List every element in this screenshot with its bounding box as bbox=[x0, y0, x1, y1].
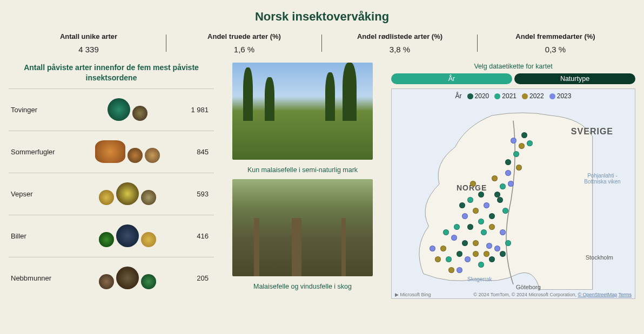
insect-icon bbox=[141, 190, 156, 205]
insect-icon bbox=[116, 182, 139, 205]
orders-title: Antall påviste arter innenfor de fem mes… bbox=[9, 63, 214, 88]
stat-label: Antall unike arter bbox=[11, 32, 166, 40]
insect-icon bbox=[141, 232, 156, 247]
insect-icon bbox=[128, 148, 143, 163]
map-sample-dot[interactable] bbox=[516, 165, 522, 171]
map-sample-dot[interactable] bbox=[473, 251, 479, 257]
map-sample-dot[interactable] bbox=[484, 202, 489, 208]
map-sample-dot[interactable] bbox=[430, 246, 435, 251]
map-sample-dot[interactable] bbox=[459, 202, 465, 208]
map-sample-dot[interactable] bbox=[435, 256, 441, 262]
insect-icon bbox=[99, 274, 114, 289]
photo-caption: Malaisefelle og vindusfelle i skog bbox=[227, 283, 378, 290]
map-sample-dot[interactable] bbox=[500, 183, 506, 189]
map-sample-dot[interactable] bbox=[473, 208, 479, 214]
country-label-sweden: SVERIGE bbox=[571, 127, 613, 137]
order-row: Sommerfugler 845 bbox=[9, 131, 214, 173]
order-name: Vepser bbox=[9, 190, 73, 198]
toggle-year-button[interactable]: År bbox=[391, 73, 512, 84]
sea-label: Pohjanlahti - Bottniska viken bbox=[581, 173, 624, 185]
map-sample-dot[interactable] bbox=[489, 213, 495, 219]
map-sample-dot[interactable] bbox=[502, 208, 508, 214]
osm-link[interactable]: © OpenStreetMap bbox=[578, 292, 617, 297]
map-sample-dot[interactable] bbox=[519, 143, 525, 149]
map-sample-dot[interactable] bbox=[484, 251, 489, 257]
summary-stats-row: Antall unike arter 4 339 Andel truede ar… bbox=[0, 28, 644, 63]
map-sample-dot[interactable] bbox=[497, 197, 503, 203]
stat-value: 0,3 % bbox=[478, 45, 633, 54]
map-sample-dot[interactable] bbox=[462, 240, 468, 246]
order-row: Biller 416 bbox=[9, 215, 214, 257]
photo-caption: Kun malaisefelle i semi-naturlig mark bbox=[227, 166, 378, 174]
map-sample-dot[interactable] bbox=[440, 246, 446, 251]
map-sample-dot[interactable] bbox=[511, 138, 516, 144]
stat-label: Andel truede arter (%) bbox=[166, 32, 322, 40]
order-count: 593 bbox=[182, 190, 214, 198]
map-canvas[interactable]: År 2020 2021 2022 2023 NORGE SVERIGE Poh… bbox=[391, 88, 635, 299]
map-sample-dot[interactable] bbox=[521, 132, 527, 138]
stat-label: Andel fremmedarter (%) bbox=[478, 32, 633, 40]
photo-seminatural bbox=[232, 63, 373, 160]
sea-label: Skagerrak bbox=[467, 276, 492, 282]
toggle-naturtype-button[interactable]: Naturtype bbox=[514, 73, 635, 84]
terms-link[interactable]: Terms bbox=[619, 292, 632, 297]
page-title: Norsk insektovervåking bbox=[0, 0, 644, 28]
order-name: Nebbmunner bbox=[9, 274, 73, 282]
map-sample-dot[interactable] bbox=[505, 240, 511, 246]
order-images bbox=[73, 140, 182, 163]
map-sample-dot[interactable] bbox=[500, 251, 506, 257]
map-sample-dot[interactable] bbox=[505, 159, 511, 165]
insect-icon bbox=[116, 224, 139, 247]
stat-value: 4 339 bbox=[11, 45, 166, 54]
map-sample-dot[interactable] bbox=[489, 256, 495, 262]
map-sample-dot[interactable] bbox=[467, 197, 473, 203]
map-sample-dot[interactable] bbox=[481, 229, 487, 235]
map-sample-dot[interactable] bbox=[465, 256, 471, 262]
map-sample-dot[interactable] bbox=[454, 224, 460, 230]
map-sample-dot[interactable] bbox=[486, 243, 492, 249]
stat-value: 1,6 % bbox=[166, 45, 322, 54]
map-sample-dot[interactable] bbox=[457, 251, 462, 257]
order-row: Nebbmunner 205 bbox=[9, 257, 214, 299]
map-sample-dot[interactable] bbox=[467, 224, 473, 230]
map-sample-dot[interactable] bbox=[508, 181, 514, 187]
order-row: Vepser 593 bbox=[9, 173, 214, 215]
map-sample-dot[interactable] bbox=[443, 229, 449, 235]
map-sample-dot[interactable] bbox=[446, 256, 452, 262]
stat-value: 3,8 % bbox=[322, 45, 478, 54]
map-sample-dot[interactable] bbox=[473, 240, 479, 246]
map-sample-dot[interactable] bbox=[492, 175, 498, 181]
map-sample-dot[interactable] bbox=[448, 267, 454, 273]
map-sample-dot[interactable] bbox=[489, 224, 495, 230]
map-sample-dot[interactable] bbox=[470, 181, 476, 187]
insect-icon bbox=[132, 106, 147, 121]
map-sample-dot[interactable] bbox=[478, 219, 484, 224]
order-count: 1 981 bbox=[182, 106, 214, 114]
map-sample-dot[interactable] bbox=[527, 140, 533, 146]
map-sample-dot[interactable] bbox=[494, 246, 500, 251]
order-count: 416 bbox=[182, 232, 214, 240]
order-count: 845 bbox=[182, 148, 214, 156]
map-sample-dot[interactable] bbox=[505, 170, 511, 176]
order-images bbox=[73, 182, 182, 205]
map-toggle: År Naturtype bbox=[391, 73, 635, 84]
stat-redlist-pct: Andel rødlistede arter (%) 3,8 % bbox=[322, 32, 478, 54]
map-sample-dot[interactable] bbox=[500, 229, 506, 235]
stat-label: Andel rødlistede arter (%) bbox=[322, 32, 478, 40]
order-name: Sommerfugler bbox=[9, 148, 73, 156]
orders-panel: Antall påviste arter innenfor de fem mes… bbox=[9, 63, 214, 299]
photo-forest bbox=[232, 179, 373, 276]
map-sample-dot[interactable] bbox=[513, 151, 519, 157]
map-sample-dot[interactable] bbox=[478, 192, 484, 197]
map-panel: Velg dataetikette for kartet År Naturtyp… bbox=[391, 63, 635, 299]
map-sample-dot[interactable] bbox=[451, 235, 457, 241]
insect-icon bbox=[145, 148, 160, 163]
order-name: Tovinger bbox=[9, 106, 73, 114]
map-sample-dot[interactable] bbox=[457, 267, 462, 273]
map-attribution: © 2024 TomTom, © 2024 Microsoft Corporat… bbox=[473, 292, 632, 297]
order-name: Biller bbox=[9, 232, 73, 240]
map-sample-dot[interactable] bbox=[462, 213, 468, 219]
stat-threatened-pct: Andel truede arter (%) 1,6 % bbox=[166, 32, 322, 54]
city-label: Göteborg bbox=[516, 284, 541, 290]
map-sample-dot[interactable] bbox=[478, 262, 484, 268]
